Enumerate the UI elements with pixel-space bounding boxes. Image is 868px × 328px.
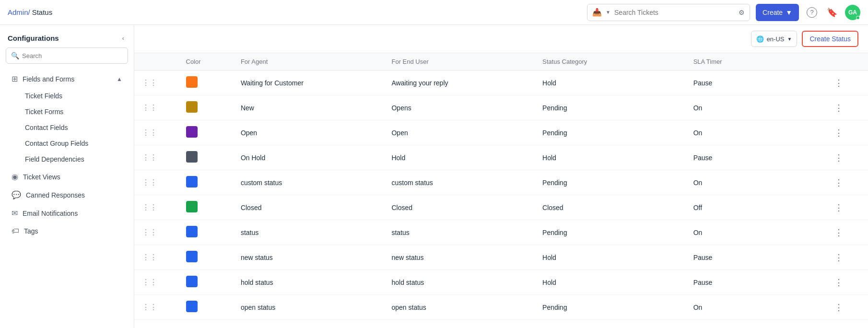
dropdown-icon[interactable]: ▼ — [606, 10, 610, 15]
sidebar-search-icon: 🔍 — [11, 52, 19, 59]
filter-icon[interactable]: ⚙ — [739, 9, 745, 16]
row-more-button[interactable]: ⋮ — [831, 102, 847, 114]
color-swatch — [186, 101, 198, 113]
sla-cell: On — [686, 170, 823, 195]
sidebar-nav: ⊞ Fields and Forms ▲ Ticket Fields Ticke… — [0, 70, 134, 246]
agent-cell: On Hold — [233, 145, 384, 170]
create-button[interactable]: Create ▼ — [756, 4, 799, 21]
color-swatch — [186, 226, 198, 237]
canned-responses-label: Canned Responses — [26, 191, 122, 199]
table-row: ⋮⋮ status status Pending On ⋮ — [134, 220, 868, 245]
create-status-button[interactable]: Create Status — [802, 31, 858, 47]
sla-cell: On — [686, 295, 823, 320]
drag-handle-cell: ⋮⋮ — [134, 270, 178, 295]
table-header-row: Color For Agent For End User Status Cate… — [134, 53, 868, 70]
sla-cell: On — [686, 220, 823, 245]
color-swatch — [186, 126, 198, 138]
sla-cell: Pause — [686, 270, 823, 295]
avatar-online-dot — [856, 16, 860, 20]
sidebar-item-fields-and-forms[interactable]: ⊞ Fields and Forms ▲ — [4, 70, 130, 88]
breadcrumb-admin[interactable]: Admin/ — [8, 8, 30, 16]
row-more-button[interactable]: ⋮ — [831, 201, 847, 214]
category-cell: Pending — [535, 295, 686, 320]
drag-handle-icon[interactable]: ⋮⋮ — [142, 129, 157, 137]
email-notifications-icon: ✉ — [12, 209, 18, 218]
table-row: ⋮⋮ On Hold Hold Hold Pause ⋮ — [134, 145, 868, 170]
color-cell — [178, 170, 233, 195]
agent-cell: Waiting for Customer — [233, 70, 384, 95]
agent-cell: open status — [233, 295, 384, 320]
sidebar-item-canned-responses[interactable]: 💬 Canned Responses — [4, 186, 130, 204]
drag-handle-cell: ⋮⋮ — [134, 95, 178, 120]
sidebar-item-tags[interactable]: 🏷 Tags — [4, 223, 130, 240]
actions-cell: ⋮ — [823, 70, 868, 95]
table-row: ⋮⋮ Waiting for Customer Awaiting your re… — [134, 70, 868, 95]
search-input[interactable] — [614, 9, 735, 16]
row-more-button[interactable]: ⋮ — [831, 127, 847, 139]
app-header: Admin/ Status 📥 ▼ ⚙ Create ▼ ? 🔖 GA — [0, 0, 868, 25]
language-selector[interactable]: 🌐 en-US ▼ — [751, 31, 798, 47]
drag-handle-icon[interactable]: ⋮⋮ — [142, 228, 157, 236]
row-more-button[interactable]: ⋮ — [831, 77, 847, 89]
drag-handle-icon[interactable]: ⋮⋮ — [142, 178, 157, 187]
col-header-enduser: For End User — [384, 53, 535, 70]
sidebar-item-field-dependencies[interactable]: Field Dependencies — [4, 152, 130, 167]
contact-group-fields-label: Contact Group Fields — [25, 140, 88, 147]
create-chevron-icon: ▼ — [786, 9, 792, 16]
drag-handle-icon[interactable]: ⋮⋮ — [142, 104, 157, 112]
row-more-button[interactable]: ⋮ — [831, 251, 847, 264]
agent-cell: Closed — [233, 195, 384, 220]
main-content: 🌐 en-US ▼ Create Status Color For Agent … — [134, 25, 868, 328]
actions-cell: ⋮ — [823, 170, 868, 195]
sidebar-item-ticket-forms[interactable]: Ticket Forms — [4, 104, 130, 119]
agent-cell: New — [233, 95, 384, 120]
drag-handle-icon[interactable]: ⋮⋮ — [142, 203, 157, 211]
drag-handle-cell: ⋮⋮ — [134, 70, 178, 95]
row-more-button[interactable]: ⋮ — [831, 301, 847, 314]
status-table-wrap: Color For Agent For End User Status Cate… — [134, 53, 868, 328]
search-bar[interactable]: 📥 ▼ ⚙ — [587, 4, 750, 21]
create-status-label: Create Status — [809, 35, 851, 43]
sidebar-item-ticket-views[interactable]: ◉ Ticket Views — [4, 168, 130, 186]
breadcrumb: Admin/ Status — [8, 8, 52, 16]
row-more-button[interactable]: ⋮ — [831, 226, 847, 239]
drag-handle-icon[interactable]: ⋮⋮ — [142, 253, 157, 261]
sidebar-item-email-notifications[interactable]: ✉ Email Notifications — [4, 204, 130, 222]
help-button[interactable]: ? — [805, 5, 819, 20]
drag-handle-cell: ⋮⋮ — [134, 170, 178, 195]
create-label: Create — [762, 9, 783, 16]
nav-section-fields: ⊞ Fields and Forms ▲ Ticket Fields Ticke… — [0, 70, 134, 167]
sla-cell: Pause — [686, 245, 823, 270]
sidebar-collapse-button[interactable]: ‹ — [120, 33, 126, 44]
drag-handle-cell: ⋮⋮ — [134, 295, 178, 320]
color-cell — [178, 195, 233, 220]
enduser-cell: Open — [384, 120, 535, 145]
color-cell — [178, 70, 233, 95]
sidebar-title: Configurations — [8, 34, 59, 42]
main-layout: Configurations ‹ 🔍 ⊞ Fields and Forms ▲ … — [0, 25, 868, 328]
sidebar-item-contact-fields[interactable]: Contact Fields — [4, 120, 130, 135]
drag-handle-icon[interactable]: ⋮⋮ — [142, 79, 157, 87]
sla-cell: Pause — [686, 145, 823, 170]
actions-cell: ⋮ — [823, 145, 868, 170]
drag-handle-icon[interactable]: ⋮⋮ — [142, 153, 157, 162]
enduser-cell: hold status — [384, 270, 535, 295]
drag-handle-icon[interactable]: ⋮⋮ — [142, 303, 157, 311]
agent-cell: hold status — [233, 270, 384, 295]
sla-cell: Pause — [686, 70, 823, 95]
sidebar-item-contact-group-fields[interactable]: Contact Group Fields — [4, 136, 130, 151]
row-more-button[interactable]: ⋮ — [831, 176, 847, 189]
bookmark-button[interactable]: 🔖 — [825, 5, 839, 20]
row-more-button[interactable]: ⋮ — [831, 276, 847, 289]
ticket-views-icon: ◉ — [12, 172, 18, 181]
color-cell — [178, 220, 233, 245]
col-header-actions — [823, 53, 868, 70]
row-more-button[interactable]: ⋮ — [831, 152, 847, 164]
drag-handle-icon[interactable]: ⋮⋮ — [142, 278, 157, 286]
sidebar-item-ticket-fields[interactable]: Ticket Fields — [4, 88, 130, 104]
sidebar-search-input[interactable] — [22, 52, 123, 59]
category-cell: Pending — [535, 95, 686, 120]
avatar[interactable]: GA — [845, 5, 860, 20]
sidebar-search[interactable]: 🔍 — [6, 47, 128, 64]
ticket-views-label: Ticket Views — [23, 173, 122, 181]
